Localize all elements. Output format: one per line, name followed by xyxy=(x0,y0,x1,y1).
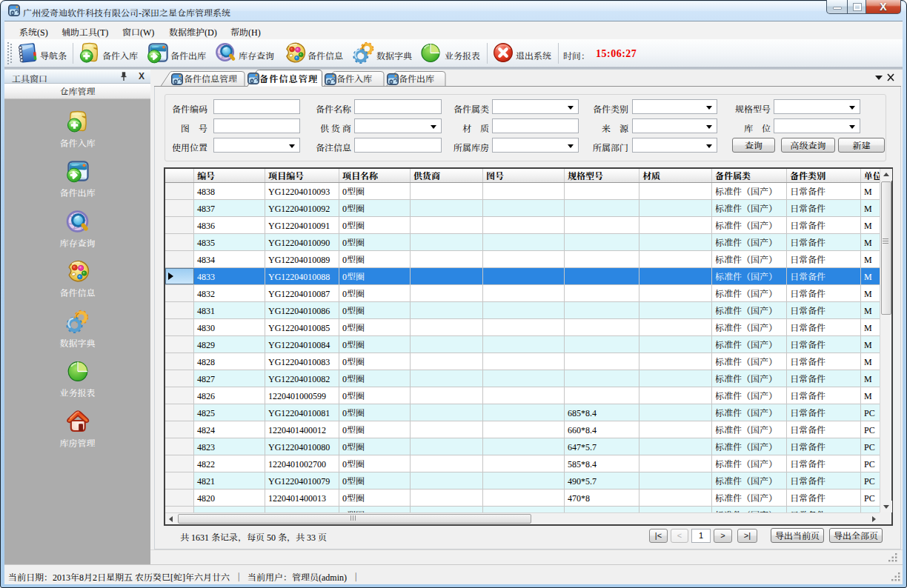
svg-text:备件信息管理: 备件信息管理 xyxy=(259,72,318,84)
svg-text:备件入库: 备件入库 xyxy=(336,72,372,84)
svg-text:备件出库: 备件出库 xyxy=(399,72,434,84)
svg-text:备件信息管理: 备件信息管理 xyxy=(184,72,237,84)
